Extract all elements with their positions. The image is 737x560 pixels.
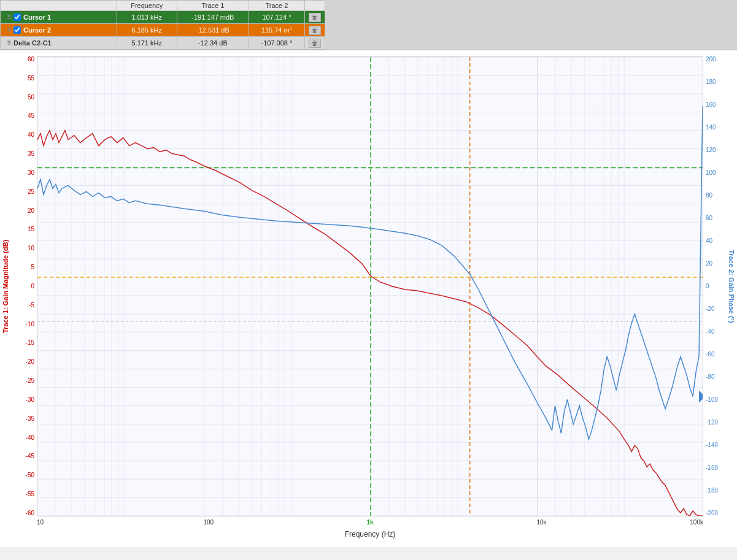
y-axis-left: 60 55 50 45 40 35 30 25 20 15 10 5 0 -5 …: [0, 56, 37, 516]
trace1-line: [37, 131, 703, 516]
col-header-actions: [305, 1, 325, 11]
top-table: Frequency Trace 1 Trace 2 ⠿ Cursor 1: [0, 0, 737, 50]
cursor2-row: ⠿ Cursor 2 6.185 kHz -12.531 dB 115.74 m…: [1, 24, 325, 37]
cursor2-checkbox[interactable]: [14, 26, 21, 34]
delta-drag-icon: ⠿: [7, 40, 11, 47]
cursor1-delete-button[interactable]: 🗑: [309, 13, 321, 22]
cursor2-drag-icon: ⠿: [7, 27, 11, 34]
x-axis: 10 100 1k 10k 100k Frequency (Hz): [37, 516, 703, 547]
cursor1-drag-icon: ⠿: [7, 14, 11, 21]
trace2-line: [37, 106, 703, 440]
cursor2-frequency: 6.185 kHz: [117, 24, 177, 37]
x-axis-title: Frequency (Hz): [37, 530, 703, 539]
col-header-trace2: Trace 2: [249, 1, 304, 11]
cursor2-trace2: 115.74 m°: [249, 24, 304, 37]
col-header-cursor: [1, 1, 117, 11]
x-axis-labels: 10 100 1k 10k 100k: [37, 516, 703, 519]
cursor2-delete-button[interactable]: 🗑: [309, 26, 321, 35]
delta-trace2: -107.008 °: [249, 37, 304, 50]
cursor2-arrow: [699, 391, 703, 403]
chart-container: Trace 1: Gain Magnitude (dB) 60 55 50 45…: [0, 50, 737, 547]
chart-area: [37, 56, 703, 516]
chart-svg: [37, 57, 703, 516]
cursor1-frequency: 1.013 kHz: [117, 11, 177, 24]
cursor2-label: Cursor 2: [23, 26, 51, 34]
delta-label: Delta C2-C1: [14, 39, 52, 47]
delta-row: ⠿ Delta C2-C1 5.171 kHz -12.34 dB -107.0…: [1, 37, 325, 50]
delta-frequency: 5.171 kHz: [117, 37, 177, 50]
y-right-title-text: Trace 2: Gain Phase (°): [728, 250, 735, 323]
col-header-frequency: Frequency: [117, 1, 177, 11]
cursor1-trace1: -191.147 mdB: [177, 11, 249, 24]
cursor1-trace2: 107.124 °: [249, 11, 304, 24]
y-title-right: Trace 2: Gain Phase (°): [726, 56, 737, 516]
delta-delete-button[interactable]: 🗑: [309, 39, 321, 48]
cursor1-row: ⠿ Cursor 1 1.013 kHz -191.147 mdB 107.12…: [1, 11, 325, 24]
cursor1-label: Cursor 1: [23, 13, 51, 21]
col-header-trace1: Trace 1: [177, 1, 249, 11]
delta-trace1: -12.34 dB: [177, 37, 249, 50]
cursor2-trace1: -12.531 dB: [177, 24, 249, 37]
cursor1-checkbox[interactable]: [14, 13, 21, 21]
